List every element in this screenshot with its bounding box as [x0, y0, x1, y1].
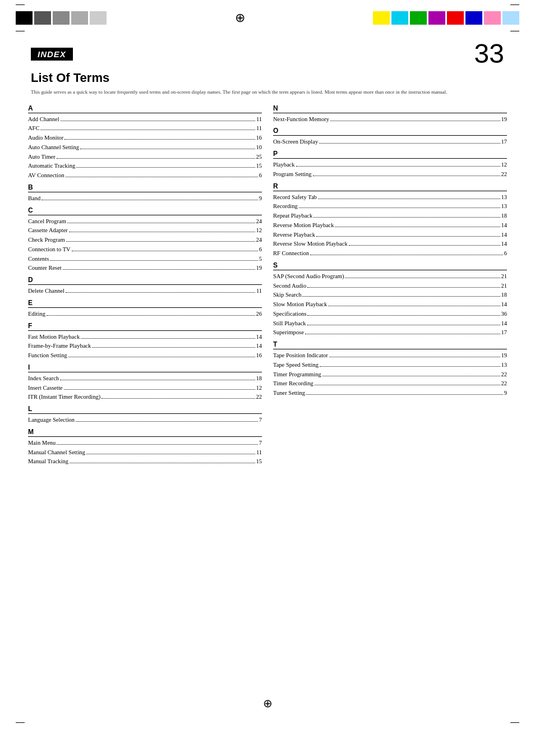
list-item: Audio Monitor16 — [28, 133, 262, 142]
list-item: RF Connection6 — [273, 249, 507, 258]
list-item: Auto Timer25 — [28, 153, 262, 162]
list-item: AV Connection6 — [28, 171, 262, 180]
list-item: Main Menu7 — [28, 439, 262, 448]
section-E: E Editing26 — [28, 299, 262, 319]
list-item: SAP (Second Audio Program)21 — [273, 272, 507, 281]
list-item: Manual Channel Setting11 — [28, 448, 262, 457]
left-column: A Add Channel11 AFC11 Audio Monitor16 Au… — [28, 104, 262, 467]
right-color-bars — [373, 11, 519, 25]
list-item: Skip Search18 — [273, 291, 507, 299]
section-header-B: B — [28, 183, 262, 192]
section-header-I: I — [28, 363, 262, 372]
list-item: Cancel Program24 — [28, 217, 262, 226]
crosshair-bottom: ⊕ — [263, 697, 273, 710]
section-header-F: F — [28, 322, 262, 331]
page-number: 33 — [474, 40, 504, 67]
list-item: Playback12 — [273, 160, 507, 169]
index-box: INDEX — [31, 48, 73, 61]
list-item: Frame-by-Frame Playback14 — [28, 342, 262, 351]
right-column: N Next-Function Memory19 O On-Screen Dis… — [273, 104, 507, 467]
section-header-N: N — [273, 104, 507, 113]
section-header-D: D — [28, 276, 262, 285]
list-item: Function Setting16 — [28, 351, 262, 360]
list-item: Check Program24 — [28, 236, 262, 245]
list-item: Tape Speed Setting13 — [273, 361, 507, 370]
list-item: Contents5 — [28, 255, 262, 264]
list-item: Index Search18 — [28, 374, 262, 383]
section-L: L Language Selection7 — [28, 405, 262, 425]
list-item: ITR (Instant Timer Recording)22 — [28, 393, 262, 402]
section-header-C: C — [28, 206, 262, 215]
list-item: Add Channel11 — [28, 115, 262, 124]
list-item: Next-Function Memory19 — [273, 115, 507, 124]
list-item: Second Audio21 — [273, 282, 507, 291]
section-header-L: L — [28, 405, 262, 414]
list-item: Automatic Tracking15 — [28, 162, 262, 170]
list-item: Program Setting22 — [273, 170, 507, 179]
section-C: C Cancel Program24 Cassette Adapter12 Ch… — [28, 206, 262, 273]
section-P: P Playback12 Program Setting22 — [273, 150, 507, 179]
list-item: Cassette Adapter12 — [28, 226, 262, 235]
list-item: Tuner Setting9 — [273, 389, 507, 398]
list-item: AFC11 — [28, 124, 262, 133]
section-header-E: E — [28, 299, 262, 308]
list-item: Reverse Motion Playback14 — [273, 221, 507, 230]
list-item: Connection to TV6 — [28, 245, 262, 254]
list-item: Counter Reset19 — [28, 264, 262, 273]
list-item: Superimpose17 — [273, 328, 507, 337]
section-header-M: M — [28, 428, 262, 437]
list-item: Reverse Playback14 — [273, 231, 507, 239]
section-D: D Delete Channel11 — [28, 276, 262, 296]
list-item: Language Selection7 — [28, 416, 262, 425]
section-header-A: A — [28, 104, 262, 113]
list-item: Timer Programming22 — [273, 370, 507, 379]
list-item: Recording13 — [273, 202, 507, 211]
list-item: Record Safety Tab13 — [273, 193, 507, 202]
description: This guide serves as a quick way to loca… — [0, 89, 535, 104]
section-T: T Tape Position Indicator19 Tape Speed S… — [273, 340, 507, 398]
list-item: Auto Channel Setting10 — [28, 143, 262, 152]
list-item: Timer Recording22 — [273, 379, 507, 388]
section-R: R Record Safety Tab13 Recording13 Repeat… — [273, 182, 507, 258]
section-A: A Add Channel11 AFC11 Audio Monitor16 Au… — [28, 104, 262, 180]
section-header-T: T — [273, 340, 507, 349]
section-O: O On-Screen Display17 — [273, 127, 507, 146]
section-header-O: O — [273, 127, 507, 136]
section-S: S SAP (Second Audio Program)21 Second Au… — [273, 261, 507, 337]
index-content: A Add Channel11 AFC11 Audio Monitor16 Au… — [0, 104, 535, 467]
list-item: Delete Channel11 — [28, 287, 262, 296]
list-item: Fast Motion Playback14 — [28, 333, 262, 342]
list-item: Specifications36 — [273, 310, 507, 319]
section-M: M Main Menu7 Manual Channel Setting11 Ma… — [28, 428, 262, 466]
section-B: B Band9 — [28, 183, 262, 203]
section-I: I Index Search18 Insert Cassette12 ITR (… — [28, 363, 262, 402]
list-item: Band9 — [28, 194, 262, 203]
list-item: Repeat Playback18 — [273, 211, 507, 220]
crosshair-center-top: ⊕ — [107, 12, 373, 24]
list-item: Reverse Slow Motion Playback14 — [273, 239, 507, 248]
list-item: Manual Tracking15 — [28, 457, 262, 466]
page-title: List Of Terms — [0, 68, 535, 89]
section-N: N Next-Function Memory19 — [273, 104, 507, 124]
left-color-bars — [16, 11, 107, 25]
section-header-P: P — [273, 150, 507, 159]
list-item: Tape Position Indicator19 — [273, 351, 507, 360]
list-item: Slow Motion Playback14 — [273, 300, 507, 309]
header: INDEX 33 — [0, 36, 535, 68]
section-header-R: R — [273, 182, 507, 191]
list-item: On-Screen Display17 — [273, 137, 507, 146]
list-item: Insert Cassette12 — [28, 384, 262, 393]
list-item: Still Playback14 — [273, 319, 507, 328]
section-F: F Fast Motion Playback14 Frame-by-Frame … — [28, 322, 262, 360]
list-item: Editing26 — [28, 310, 262, 319]
section-header-S: S — [273, 261, 507, 270]
